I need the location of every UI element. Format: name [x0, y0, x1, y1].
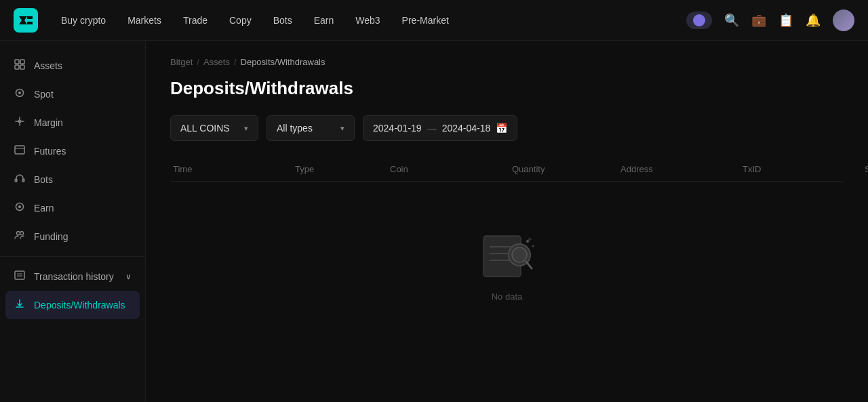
search-icon[interactable]: 🔍 — [724, 13, 739, 28]
svg-rect-16 — [15, 271, 24, 279]
date-range-picker[interactable]: 2024-01-19 — 2024-04-18 📅 — [363, 115, 517, 141]
svg-point-26 — [526, 240, 529, 243]
date-dash: — — [427, 123, 437, 134]
sidebar-item-earn[interactable]: Earn — [0, 194, 145, 222]
nav-copy[interactable]: Copy — [220, 9, 261, 31]
sidebar-item-spot-label: Spot — [34, 89, 54, 100]
type-filter[interactable]: All types ▾ — [267, 115, 355, 141]
nav-pre-market[interactable]: Pre-Market — [393, 9, 458, 31]
logo[interactable] — [14, 8, 38, 33]
content-area: Bitget / Assets / Deposits/Withdrawals D… — [146, 41, 868, 402]
breadcrumb: Bitget / Assets / Deposits/Withdrawals — [170, 57, 844, 67]
sidebar-item-deposits-withdrawals[interactable]: Deposits/Withdrawals — [5, 291, 140, 319]
col-type: Type — [292, 164, 387, 174]
wallet-icon[interactable]: 💼 — [751, 13, 766, 28]
sidebar-item-funding-label: Funding — [34, 231, 68, 242]
transaction-history-icon — [14, 270, 26, 283]
sidebar-divider — [0, 256, 145, 257]
col-status: Status — [862, 164, 868, 174]
svg-rect-0 — [14, 8, 38, 33]
deposits-withdrawals-icon — [14, 298, 26, 312]
sidebar-item-margin-label: Margin — [34, 117, 63, 128]
main-layout: Assets Spot Margin — [0, 41, 868, 402]
nav-earn[interactable]: Earn — [304, 9, 344, 31]
breadcrumb-current: Deposits/Withdrawals — [241, 57, 326, 67]
nav-buy-crypto[interactable]: Buy crypto — [52, 9, 115, 31]
futures-icon — [14, 144, 26, 158]
filters-bar: ALL COINS ▾ All types ▾ 2024-01-19 — 202… — [170, 115, 844, 141]
sidebar: Assets Spot Margin — [0, 41, 146, 402]
coin-filter-label: ALL COINS — [180, 123, 230, 134]
col-txid: TxID — [740, 164, 862, 174]
col-quantity: Quantity — [509, 164, 618, 174]
type-filter-chevron: ▾ — [340, 124, 344, 133]
earn-icon — [14, 201, 26, 215]
nav-bots[interactable]: Bots — [264, 9, 302, 31]
nav-trade[interactable]: Trade — [174, 9, 217, 31]
spot-icon — [14, 87, 26, 101]
svg-rect-8 — [15, 146, 24, 154]
orders-icon[interactable]: 📋 — [778, 13, 793, 28]
topnav: Buy crypto Markets Trade Copy Bots Earn … — [0, 0, 868, 41]
page-title: Deposits/Withdrawals — [170, 78, 844, 99]
notifications-icon[interactable]: 🔔 — [806, 13, 821, 28]
sidebar-item-transaction-history[interactable]: Transaction history ∨ — [0, 262, 145, 291]
col-time: Time — [170, 164, 292, 174]
sidebar-item-earn-label: Earn — [34, 203, 54, 214]
chevron-down-icon: ∨ — [125, 272, 132, 281]
breadcrumb-sep-1: / — [197, 57, 199, 67]
sidebar-item-bots-label: Bots — [34, 174, 53, 185]
nav-web3[interactable]: Web3 — [346, 9, 389, 31]
sidebar-item-futures-label: Futures — [34, 146, 66, 157]
breadcrumb-bitget[interactable]: Bitget — [170, 57, 193, 67]
nav-right: 🔍 💼 📋 🔔 — [686, 9, 854, 31]
sidebar-item-funding[interactable]: Funding — [0, 222, 145, 251]
breadcrumb-sep-2: / — [234, 57, 237, 67]
nav-markets[interactable]: Markets — [118, 9, 171, 31]
sidebar-item-assets[interactable]: Assets — [0, 52, 145, 80]
col-address: Address — [618, 164, 740, 174]
svg-point-13 — [18, 205, 21, 208]
sidebar-item-assets-label: Assets — [34, 60, 62, 71]
sidebar-item-spot[interactable]: Spot — [0, 80, 145, 108]
sidebar-item-bots[interactable]: Bots — [0, 165, 145, 194]
sidebar-item-deposits-withdrawals-label: Deposits/Withdrawals — [34, 300, 125, 310]
svg-rect-4 — [20, 65, 24, 69]
toggle-circle — [693, 14, 705, 26]
assets-icon — [14, 59, 26, 73]
svg-point-14 — [17, 232, 20, 235]
bots-icon — [14, 173, 26, 186]
table-header: Time Type Coin Quantity Address TxID Sta… — [170, 157, 844, 182]
svg-rect-1 — [15, 60, 19, 64]
avatar[interactable] — [833, 9, 854, 31]
empty-state: No data — [170, 182, 844, 329]
empty-illustration — [473, 222, 541, 283]
col-coin: Coin — [387, 164, 509, 174]
sidebar-item-transaction-history-label: Transaction history — [34, 271, 114, 282]
date-start: 2024-01-19 — [373, 123, 422, 134]
svg-rect-3 — [15, 65, 19, 69]
sidebar-item-futures[interactable]: Futures — [0, 137, 145, 165]
svg-point-15 — [20, 232, 24, 235]
funding-icon — [14, 230, 26, 243]
coin-filter[interactable]: ALL COINS ▾ — [170, 115, 258, 141]
breadcrumb-assets[interactable]: Assets — [203, 57, 230, 67]
svg-rect-2 — [20, 60, 24, 64]
margin-icon — [14, 116, 26, 129]
svg-point-6 — [18, 92, 21, 94]
svg-point-27 — [532, 245, 534, 247]
svg-point-24 — [512, 247, 527, 262]
coin-filter-chevron: ▾ — [244, 124, 248, 133]
date-end: 2024-04-18 — [442, 123, 491, 134]
no-data-label: No data — [492, 292, 523, 302]
mode-toggle[interactable] — [686, 12, 712, 29]
calendar-icon: 📅 — [496, 123, 507, 134]
sidebar-item-margin[interactable]: Margin — [0, 108, 145, 137]
svg-line-25 — [526, 262, 532, 268]
type-filter-label: All types — [277, 123, 313, 134]
